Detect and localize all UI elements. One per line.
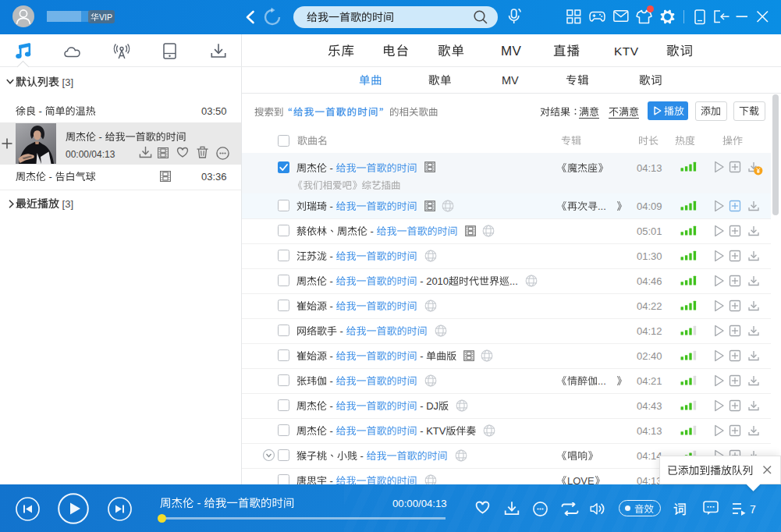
svg-text:...: ... [598,200,606,212]
svg-text:VIP: VIP [99,12,112,22]
svg-text:-: - [96,131,105,143]
svg-text:04:09: 04:09 [637,200,662,212]
svg-text:00:00/04:13: 00:00/04:13 [392,498,447,509]
svg-text:-: - [46,171,55,183]
svg-text:-: - [327,200,336,212]
svg-text:-: - [327,162,336,174]
svg-text:-: - [327,300,336,312]
svg-text:[3]: [3] [59,198,73,210]
svg-text:[3]: [3] [59,76,73,88]
svg-text:...: ... [598,375,606,387]
svg-text:03:36: 03:36 [201,171,227,183]
svg-text:04:22: 04:22 [637,300,662,312]
svg-text:-: - [327,400,336,412]
svg-text:04:46: 04:46 [637,275,662,287]
svg-text:-: - [357,450,367,462]
svg-text:04:43: 04:43 [637,400,662,412]
svg-text:-: - [327,425,336,437]
svg-text:04:13: 04:13 [637,162,662,174]
svg-text:01:30: 01:30 [637,250,662,262]
svg-text:-: - [36,105,45,117]
svg-text:-: - [337,325,346,337]
svg-text:04:13: 04:13 [637,425,662,437]
svg-text:02:40: 02:40 [637,350,662,362]
svg-text:...: ... [509,275,518,287]
svg-text:04:12: 04:12 [637,325,662,337]
svg-text:-: - [417,350,427,362]
svg-text:7: 7 [750,503,756,516]
svg-text:03:50: 03:50 [201,105,227,117]
svg-text:04:21: 04:21 [637,375,662,387]
svg-text:05:01: 05:01 [637,225,662,237]
svg-text:- KTV: - KTV [417,425,446,437]
svg-text:MV: MV [502,74,519,87]
svg-text:-: - [327,250,336,262]
svg-text:-: - [194,497,204,509]
svg-text:KTV: KTV [614,44,639,58]
svg-text:MV: MV [501,44,521,59]
svg-text:- DJ: - DJ [417,400,438,412]
svg-text:-: - [327,275,336,287]
svg-text:-: - [327,375,336,387]
svg-text:00:00/04:13: 00:00/04:13 [66,149,115,160]
svg-text:-: - [327,350,336,362]
svg-text:-: - [367,225,377,237]
svg-text:- 2010: - 2010 [417,275,449,287]
